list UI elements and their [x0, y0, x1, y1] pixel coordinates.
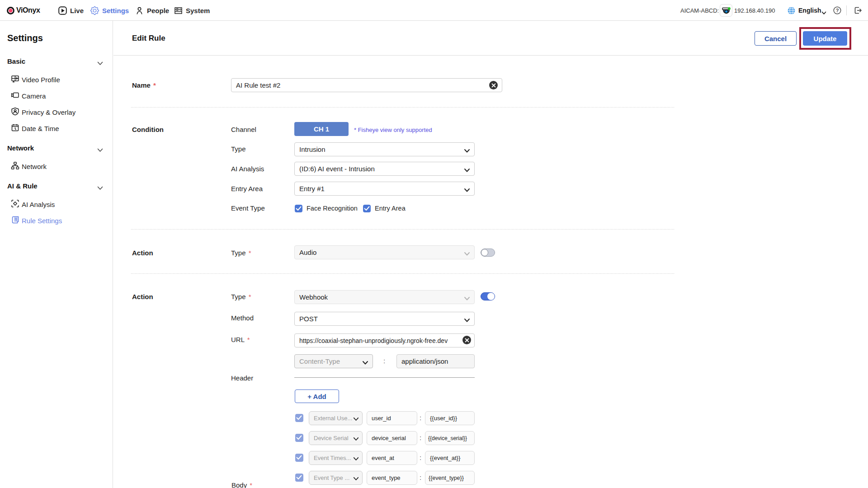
- svg-text:?: ?: [836, 8, 839, 13]
